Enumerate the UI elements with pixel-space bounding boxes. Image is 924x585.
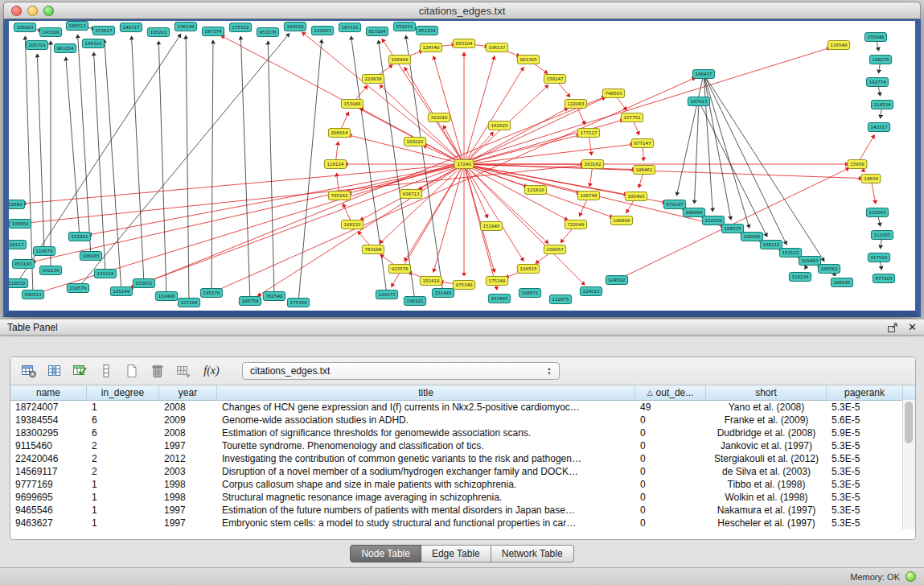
cell-year[interactable]: 2012 [159, 452, 217, 465]
table-source-select[interactable]: citations_edges.txt ▲ ▼ [242, 362, 560, 380]
citation-edge-black[interactable] [78, 35, 91, 256]
network-node[interactable]: 748503 [602, 89, 624, 98]
network-node[interactable]: 975348 [453, 281, 474, 290]
cell-out_degree[interactable]: 49 [635, 401, 706, 414]
table-row[interactable]: 969969511998Structural magnetic resonanc… [10, 491, 915, 504]
network-node[interactable]: 124540 [420, 43, 441, 52]
cell-title[interactable]: Genome-wide association studies in ADHD. [217, 414, 635, 426]
network-node[interactable]: 129173 [376, 290, 397, 299]
citation-edge-black[interactable] [268, 41, 274, 296]
column-header-title[interactable]: title [217, 385, 635, 400]
delete-icon[interactable] [149, 361, 166, 381]
float-panel-icon[interactable] [887, 322, 898, 333]
cell-pagerank[interactable]: 5.3E-5 [827, 465, 903, 478]
network-node[interactable]: 206914 [328, 129, 350, 138]
network-node[interactable]: 147208 [39, 28, 61, 37]
cell-out_degree[interactable]: 0 [635, 439, 706, 452]
cell-short[interactable]: Dudbridge et al. (2008) [706, 426, 827, 439]
cell-title[interactable]: Corpus callosum shape and size in male p… [217, 478, 635, 491]
network-node[interactable]: 166437 [692, 70, 714, 79]
cell-name[interactable]: 9699695 [10, 491, 87, 504]
citation-edge-red[interactable] [88, 164, 464, 235]
cell-name[interactable]: 9465546 [10, 504, 87, 517]
network-node[interactable]: 924502 [606, 276, 627, 285]
network-node[interactable]: 122083 [565, 100, 586, 109]
cell-pagerank[interactable]: 5.3E-5 [827, 439, 903, 452]
column-header-pagerank[interactable]: pagerank [827, 385, 903, 400]
network-node[interactable]: 152418 [420, 277, 441, 286]
cell-name[interactable]: 18300295 [10, 426, 87, 439]
cell-in_degree[interactable]: 2 [87, 439, 159, 452]
network-node[interactable]: 218579 [67, 284, 88, 293]
table-row[interactable]: 1456911722003Disruption of a novel membe… [10, 465, 915, 478]
cell-title[interactable]: Changes of HCN gene expression and I(f) … [217, 401, 635, 414]
network-node[interactable]: 795162 [328, 192, 350, 200]
network-node[interactable]: 118678 [33, 247, 55, 256]
network-node[interactable]: 153871 [133, 279, 154, 288]
network-node[interactable]: 120563 [866, 208, 888, 217]
table-row[interactable]: 911546021997Tourette syndrome. Phenomeno… [10, 439, 915, 452]
cell-pagerank[interactable]: 5.3E-5 [827, 478, 903, 491]
network-node[interactable]: 186513 [66, 22, 88, 31]
network-node[interactable]: 121618 [524, 186, 546, 195]
table-row[interactable]: 1830029562008Estimation of significance … [10, 426, 915, 439]
tab-network-table[interactable]: Network Table [491, 545, 574, 562]
table-row[interactable]: 2242004622012Investigating the contribut… [10, 452, 915, 465]
cell-title[interactable]: Structural magnetic resonance image aver… [217, 491, 635, 504]
network-node[interactable]: 108133 [341, 220, 363, 229]
network-node[interactable]: 112675 [549, 295, 571, 304]
cell-pagerank[interactable]: 5.5E-5 [827, 452, 903, 465]
cell-in_degree[interactable]: 1 [87, 491, 159, 504]
network-node[interactable]: 143317 [868, 123, 889, 132]
cell-name[interactable]: 14569117 [10, 465, 87, 478]
citation-edge-black[interactable] [298, 39, 322, 303]
cell-name[interactable]: 19384554 [10, 414, 87, 426]
network-node[interactable]: 124513 [580, 287, 602, 296]
window-titlebar[interactable]: citations_edges.txt [3, 2, 921, 19]
network-node[interactable]: 109463 [799, 257, 820, 266]
cell-pagerank[interactable]: 5.6E-5 [827, 414, 903, 426]
column-header-in_degree[interactable]: in_degree [87, 385, 159, 400]
cell-name[interactable]: 9777169 [10, 478, 87, 491]
network-node[interactable]: 175312 [229, 23, 251, 32]
network-node[interactable]: 186950 [9, 220, 31, 229]
network-node[interactable]: 122063 [311, 27, 333, 35]
citation-edge-red[interactable] [464, 135, 580, 164]
cell-short[interactable]: Tibbo et al. (1998) [706, 478, 827, 491]
network-node[interactable]: 762540 [263, 292, 285, 301]
network-node[interactable]: 196101 [404, 297, 425, 306]
network-node[interactable]: 196137 [486, 43, 507, 52]
cell-short[interactable]: de Silva et al. (2003) [706, 465, 827, 478]
network-node[interactable]: 129318 [94, 270, 116, 278]
cell-pagerank[interactable]: 5.9E-5 [827, 426, 903, 439]
network-node[interactable]: 559231 [393, 23, 415, 31]
network-node[interactable]: 184562 [818, 265, 840, 274]
network-node[interactable]: 186898 [610, 216, 632, 225]
network-node[interactable]: 158957 [544, 245, 565, 254]
citation-edge-black[interactable] [211, 40, 213, 293]
citation-edge-red[interactable] [380, 164, 464, 243]
network-node[interactable]: 950139 [39, 266, 61, 275]
network-node[interactable]: 107284 [178, 299, 199, 307]
network-node[interactable]: 198276 [869, 56, 891, 64]
cell-pagerank[interactable]: 5.3E-5 [827, 491, 903, 504]
cell-in_degree[interactable]: 1 [87, 401, 159, 414]
cell-out_degree[interactable]: 0 [635, 426, 706, 439]
cell-short[interactable]: Wolkin et al. (1998) [706, 491, 827, 504]
citation-edge-black[interactable] [17, 34, 181, 283]
network-node[interactable]: 923576 [388, 265, 410, 274]
cell-short[interactable]: Jankovic et al. (1997) [706, 439, 827, 452]
network-node[interactable]: 763184 [362, 245, 384, 254]
table-options-icon[interactable] [20, 361, 38, 381]
citation-edge-black[interactable] [704, 74, 749, 228]
network-node[interactable]: 118532 [9, 279, 28, 288]
cell-pagerank[interactable]: 5.3E-5 [827, 401, 903, 414]
citation-edge-black[interactable] [158, 41, 166, 296]
cell-name[interactable]: 9115460 [10, 439, 87, 452]
cell-out_degree[interactable]: 0 [635, 504, 706, 517]
network-node[interactable]: 114534 [871, 101, 893, 109]
network-node[interactable]: 166409 [388, 56, 410, 64]
close-button[interactable] [11, 6, 22, 16]
network-node[interactable]: 186754 [239, 297, 261, 306]
cell-year[interactable]: 2008 [159, 426, 217, 439]
